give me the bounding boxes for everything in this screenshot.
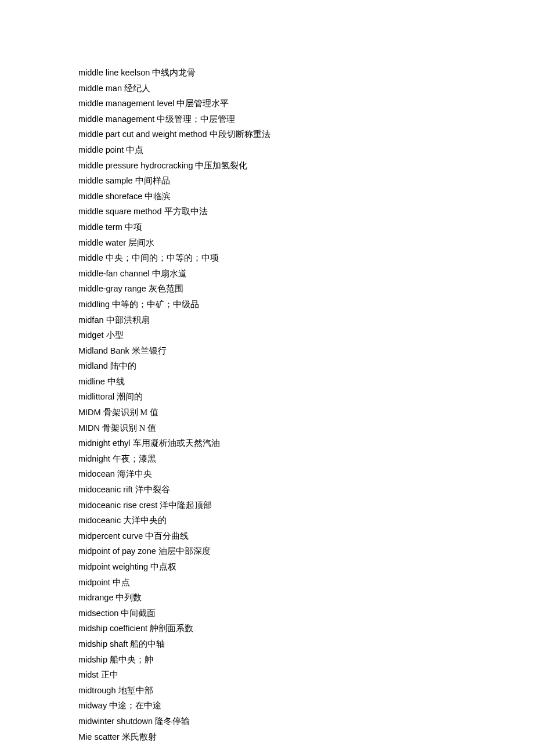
- glossary-page: middle line keelson 中线内龙骨middle man 经纪人m…: [0, 0, 456, 744]
- glossary-entry: midway 中途；在中途: [78, 698, 456, 714]
- definition-text: 骨架识别 N 值: [102, 423, 156, 433]
- term-text: midsection: [78, 609, 118, 618]
- glossary-entry: middling 中等的；中矿；中级品: [78, 297, 456, 312]
- term-text: middle part cut and weight method: [78, 129, 207, 139]
- glossary-entry: middle-gray range 灰色范围: [78, 281, 456, 297]
- term-text: midnight: [78, 454, 110, 463]
- term-text: middling: [78, 300, 110, 309]
- term-text: middle pressure hydrocracking: [78, 161, 193, 170]
- term-text: midpercent curve: [78, 531, 143, 541]
- glossary-entry: midrange 中列数: [78, 590, 456, 606]
- term-text: midtrough: [78, 686, 116, 695]
- term-text: midfan: [78, 315, 104, 325]
- term-text: midoceanic: [78, 516, 121, 525]
- definition-text: 中段切断称重法: [210, 129, 270, 139]
- term-text: midpoint: [78, 578, 110, 587]
- definition-text: 大洋中央的: [123, 516, 167, 525]
- term-text: middle line keelson: [78, 68, 150, 77]
- glossary-entry: Midland Bank 米兰银行: [78, 343, 456, 359]
- term-text: midship shaft: [78, 639, 128, 649]
- glossary-entry: midlittoral 潮间的: [78, 389, 456, 405]
- definition-text: 中点权: [150, 562, 176, 571]
- glossary-entry: midship coefficient 舯剖面系数: [78, 621, 456, 636]
- term-text: midline: [78, 377, 105, 386]
- glossary-entry: middle man 经纪人: [78, 81, 456, 96]
- definition-text: 正中: [101, 670, 118, 679]
- entries-list: middle line keelson 中线内龙骨middle man 经纪人m…: [78, 65, 456, 744]
- glossary-entry: MIDN 骨架识别 N 值: [78, 420, 456, 436]
- glossary-entry: midoceanic rise crest 洋中隆起顶部: [78, 498, 456, 513]
- term-text: midlittoral: [78, 392, 114, 401]
- glossary-entry: midland 陆中的: [78, 358, 456, 374]
- term-text: middle management level: [78, 99, 174, 108]
- definition-text: 中临滨: [145, 192, 171, 201]
- definition-text: 中压加氢裂化: [195, 161, 247, 170]
- glossary-entry: midtrough 地堑中部: [78, 683, 456, 699]
- glossary-entry: midnight ethyl 车用凝析油或天然汽油: [78, 435, 456, 451]
- term-text: Mie scatter: [78, 732, 120, 741]
- term-text: midget: [78, 330, 104, 340]
- term-text: middle shoreface: [78, 192, 142, 201]
- glossary-entry: midoceanic 大洋中央的: [78, 513, 456, 528]
- definition-text: 米兰银行: [132, 346, 167, 355]
- glossary-entry: middle line keelson 中线内龙骨: [78, 65, 456, 81]
- term-text: middle sample: [78, 176, 133, 185]
- definition-text: 午夜；漆黑: [113, 454, 156, 463]
- glossary-entry: middle sample 中间样品: [78, 173, 456, 189]
- definition-text: 经纪人: [124, 84, 150, 93]
- term-text: middle-fan channel: [78, 269, 150, 278]
- glossary-entry: midpercent curve 中百分曲线: [78, 528, 456, 544]
- definition-text: 陆中的: [110, 361, 136, 370]
- glossary-entry: middle-fan channel 中扇水道: [78, 266, 456, 282]
- glossary-entry: middle water 层间水: [78, 235, 456, 251]
- term-text: middle square method: [78, 207, 161, 216]
- glossary-entry: midoceanic rift 洋中裂谷: [78, 482, 456, 498]
- definition-text: 隆冬停输: [155, 717, 190, 726]
- definition-text: 中列数: [116, 593, 142, 602]
- definition-text: 中部洪积扇: [106, 315, 150, 325]
- glossary-entry: Mie scatter 米氏散射: [78, 729, 456, 745]
- definition-text: 洋中隆起顶部: [160, 501, 212, 510]
- glossary-entry: middle pressure hydrocracking 中压加氢裂化: [78, 158, 456, 174]
- definition-text: 中间截面: [121, 609, 156, 618]
- definition-text: 中线: [107, 377, 125, 386]
- term-text: midland: [78, 361, 108, 370]
- definition-text: 层间水: [128, 238, 154, 247]
- definition-text: 中项: [125, 222, 142, 232]
- term-text: midoceanic rift: [78, 485, 132, 494]
- definition-text: 小型: [106, 330, 124, 340]
- term-text: midship coefficient: [78, 624, 147, 633]
- term-text: midrange: [78, 593, 113, 602]
- definition-text: 中扇水道: [152, 269, 187, 278]
- definition-text: 中线内龙骨: [152, 68, 196, 77]
- glossary-entry: middle square method 平方取中法: [78, 204, 456, 219]
- glossary-entry: midpoint weighting 中点权: [78, 559, 456, 575]
- glossary-entry: midwinter shutdown 隆冬停输: [78, 714, 456, 729]
- glossary-entry: middle point 中点: [78, 142, 456, 158]
- glossary-entry: middle part cut and weight method 中段切断称重…: [78, 127, 456, 142]
- glossary-entry: midfan 中部洪积扇: [78, 312, 456, 328]
- term-text: midocean: [78, 469, 115, 478]
- definition-text: 地堑中部: [118, 686, 153, 695]
- glossary-entry: midline 中线: [78, 374, 456, 390]
- definition-text: 油层中部深度: [158, 546, 211, 556]
- definition-text: 中等的；中矿；中级品: [112, 300, 199, 309]
- definition-text: 船中央；舯: [110, 655, 153, 664]
- definition-text: 骨架识别 M 值: [103, 408, 158, 417]
- glossary-entry: midget 小型: [78, 327, 456, 343]
- term-text: midoceanic rise crest: [78, 501, 157, 510]
- definition-text: 中间样品: [135, 176, 170, 185]
- term-text: midnight ethyl: [78, 438, 130, 448]
- definition-text: 舯剖面系数: [150, 624, 193, 633]
- definition-text: 中途；在中途: [109, 701, 161, 710]
- term-text: middle management: [78, 114, 154, 124]
- definition-text: 中层管理水平: [176, 99, 229, 108]
- term-text: MIDN: [78, 423, 100, 433]
- glossary-entry: midocean 海洋中央: [78, 466, 456, 482]
- term-text: middle term: [78, 222, 122, 232]
- definition-text: 潮间的: [117, 392, 143, 401]
- glossary-entry: midship shaft 船的中轴: [78, 636, 456, 652]
- definition-text: 平方取中法: [164, 207, 208, 216]
- glossary-entry: midpoint 中点: [78, 575, 456, 591]
- definition-text: 中点: [126, 145, 143, 154]
